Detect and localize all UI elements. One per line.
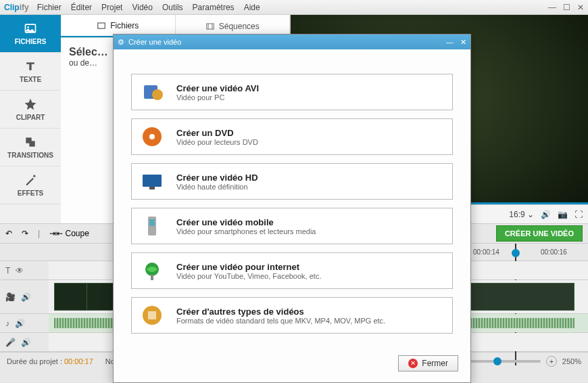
snapshot-icon[interactable]: 📷: [558, 210, 568, 219]
option-icon: [140, 169, 164, 194]
option-desc: Formats de vidéo standard tels que MKV, …: [176, 317, 385, 325]
export-option-1[interactable]: Créer un DVDVidéo pour lecteurs DVD: [131, 118, 453, 155]
app-logo: Clipify: [4, 3, 29, 12]
tab-label: Séquences: [219, 22, 260, 31]
option-title: Créer une vidéo HD: [176, 173, 258, 183]
menu-projet[interactable]: Projet: [101, 3, 122, 12]
option-desc: Vidéo pour lecteurs DVD: [176, 138, 258, 146]
export-option-5[interactable]: Créer d'autres types de vidéosFormats de…: [131, 297, 453, 334]
sidebar-item-clipart[interactable]: CLIPART: [0, 91, 61, 129]
mic-track-icon: 🎤: [5, 338, 16, 347]
option-icon: [140, 214, 164, 238]
image-icon: [24, 22, 37, 35]
tab-label: Fichiers: [110, 21, 139, 30]
visibility-icon[interactable]: 👁: [16, 266, 24, 275]
menu-aide[interactable]: Aide: [244, 3, 260, 12]
sidebar-label: CLIPART: [16, 114, 45, 121]
title-bar: Clipify Fichier Éditer Projet Vidéo Outi…: [0, 0, 588, 15]
create-video-dialog: ⚙ Créer une vidéo —✕ Créer une vidéo AVI…: [113, 34, 471, 383]
redo-button[interactable]: ↷: [22, 229, 28, 238]
export-option-2[interactable]: Créer une vidéo HDVidéo haute définition: [131, 163, 453, 200]
sidebar-label: TRANSITIONS: [7, 152, 53, 159]
svg-rect-3: [29, 141, 34, 146]
svg-rect-15: [151, 275, 153, 280]
sidebar-item-fichiers[interactable]: FICHIERS: [0, 15, 61, 53]
option-icon: [140, 80, 164, 104]
time-mark: 00:00:16: [541, 248, 567, 256]
layers-icon: [24, 135, 37, 149]
wand-icon: [24, 173, 37, 187]
option-icon: [140, 258, 164, 283]
option-icon: [140, 125, 164, 149]
sidebar-item-effets[interactable]: EFFETS: [0, 166, 61, 204]
text-icon: [24, 60, 37, 73]
film-icon: [205, 22, 215, 31]
volume-icon[interactable]: 🔊: [21, 292, 31, 302]
image-icon: [97, 21, 106, 30]
option-title: Créer une vidéo pour internet: [176, 262, 321, 272]
cut-tool[interactable]: ⇥⇤ Coupe: [49, 229, 89, 238]
close-button[interactable]: ✕ Fermer: [398, 355, 458, 371]
minimize-icon[interactable]: —: [548, 3, 556, 12]
dialog-title-bar[interactable]: ⚙ Créer une vidéo —✕: [114, 35, 470, 49]
undo-button[interactable]: ↶: [5, 229, 12, 238]
sidebar: FICHIERS TEXTE CLIPART TRANSITIONS EFFET…: [0, 15, 61, 223]
sidebar-label: FICHIERS: [15, 38, 47, 45]
video-track-icon: 🎥: [5, 292, 16, 302]
export-option-0[interactable]: Créer une vidéo AVIVidéo pour PC: [131, 74, 453, 110]
text-track-icon: T: [5, 266, 10, 275]
export-option-4[interactable]: Créer une vidéo pour internetVidéo pour …: [131, 252, 453, 289]
svg-rect-10: [143, 175, 162, 187]
svg-rect-17: [148, 311, 156, 319]
minimize-icon[interactable]: —: [446, 38, 454, 47]
svg-rect-4: [98, 22, 105, 28]
menu-editer[interactable]: Éditer: [71, 3, 92, 12]
option-title: Créer un DVD: [176, 128, 258, 138]
zoom-in-button[interactable]: +: [546, 356, 557, 367]
aspect-ratio-label[interactable]: 16:9 ⌄: [509, 210, 534, 219]
svg-rect-13: [149, 219, 155, 226]
sidebar-label: TEXTE: [20, 76, 41, 83]
menu-fichier[interactable]: Fichier: [37, 3, 62, 12]
menu-video[interactable]: Vidéo: [132, 3, 152, 12]
sidebar-item-transitions[interactable]: TRANSITIONS: [0, 129, 61, 166]
menu-outils[interactable]: Outils: [162, 3, 183, 12]
create-video-button[interactable]: CRÉER UNE VIDÉO: [496, 225, 583, 242]
option-desc: Vidéo haute définition: [176, 183, 258, 191]
svg-point-1: [27, 26, 29, 28]
option-title: Créer une vidéo AVI: [176, 83, 259, 93]
svg-rect-11: [149, 187, 155, 189]
sidebar-item-texte[interactable]: TEXTE: [0, 53, 61, 91]
close-label: Fermer: [422, 359, 448, 368]
option-icon: [140, 303, 164, 328]
time-mark: 00:00:14: [473, 248, 499, 256]
svg-point-7: [152, 89, 163, 100]
volume-icon[interactable]: 🔊: [541, 210, 551, 219]
main-menu: Fichier Éditer Projet Vidéo Outils Param…: [37, 3, 260, 12]
gear-icon: ⚙: [118, 38, 124, 47]
star-icon: [24, 97, 37, 111]
close-x-icon: ✕: [408, 359, 418, 368]
svg-rect-5: [206, 23, 214, 28]
project-duration: Durée du projet : 00:00:17: [7, 357, 93, 365]
export-option-3[interactable]: Créer une vidéo mobileVidéo pour smartph…: [131, 208, 453, 244]
zoom-value: 250%: [562, 357, 581, 365]
option-desc: Vidéo pour PC: [176, 93, 259, 102]
option-desc: Vidéo pour smartphones et lecteurs media: [176, 227, 316, 235]
option-desc: Vidéo pour YouTube, Vimeo, Facebook, etc…: [176, 272, 321, 280]
volume-icon[interactable]: 🔊: [15, 319, 25, 328]
fullscreen-icon[interactable]: ⛶: [574, 210, 583, 219]
sidebar-label: EFFETS: [18, 189, 43, 197]
close-window-icon[interactable]: ✕: [577, 3, 584, 12]
close-icon[interactable]: ✕: [460, 38, 466, 47]
music-track-icon: ♪: [5, 319, 9, 328]
dialog-title: Créer une vidéo: [128, 38, 181, 46]
maximize-icon[interactable]: ☐: [563, 3, 570, 12]
svg-point-9: [149, 134, 155, 139]
option-title: Créer d'autres types de vidéos: [176, 307, 385, 317]
volume-icon[interactable]: 🔊: [21, 338, 31, 347]
option-title: Créer une vidéo mobile: [176, 217, 316, 227]
menu-parametres[interactable]: Paramètres: [193, 3, 235, 12]
